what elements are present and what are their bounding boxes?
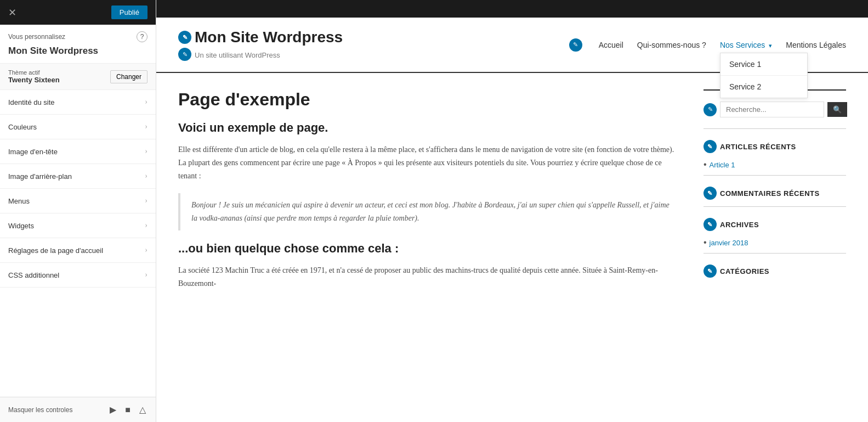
blockquote: Bonjour ! Je suis un mécanicien qui aspi… bbox=[178, 193, 682, 230]
footer-icon-1[interactable]: ▶ bbox=[108, 403, 118, 417]
sidebar-archive-1[interactable]: • janvier 2018 bbox=[704, 238, 846, 247]
sidebar-divider-4 bbox=[704, 253, 846, 254]
chevron-icon-1: › bbox=[145, 122, 147, 131]
chevron-icon-5: › bbox=[145, 221, 147, 230]
edit-nav-pencil[interactable]: ✎ bbox=[569, 38, 582, 52]
edit-commentaires-pencil[interactable]: ✎ bbox=[704, 187, 717, 200]
edit-title-pencil[interactable]: ✎ bbox=[178, 31, 191, 44]
nav-nos-services[interactable]: Nos Services ▾ Service 1 Service 2 bbox=[720, 40, 772, 50]
sidebar-divider-1 bbox=[704, 128, 846, 129]
menu-item-6[interactable]: Réglages de la page d'accueil › bbox=[0, 238, 156, 263]
site-navigation: ✎ Accueil Qui-sommes-nous ? Nos Services… bbox=[569, 38, 846, 52]
search-input[interactable] bbox=[720, 102, 824, 117]
theme-label: Thème actif bbox=[8, 69, 60, 76]
menu-item-7[interactable]: CSS additionnel › bbox=[0, 263, 156, 288]
body-text-2: La société 123 Machin Truc a été créée e… bbox=[178, 264, 682, 290]
footer-icon-3[interactable]: △ bbox=[138, 403, 147, 417]
sidebar-categories: ✎ CATÉGORIES bbox=[704, 265, 846, 278]
menu-item-label-1: Couleurs bbox=[8, 123, 37, 131]
preview-site-title: Mon Site Wordpress bbox=[195, 29, 343, 46]
menu-item-1[interactable]: Couleurs › bbox=[0, 115, 156, 139]
menu-item-label-4: Menus bbox=[8, 197, 30, 205]
menu-item-label-3: Image d'arrière-plan bbox=[8, 172, 72, 181]
menu-item-label-6: Réglages de la page d'accueil bbox=[8, 246, 103, 255]
bullet-icon: • bbox=[704, 160, 707, 170]
sidebar-archives-title: ✎ ARCHIVES bbox=[704, 218, 846, 231]
site-content: Page d'exemple Voici un exemple de page.… bbox=[156, 89, 868, 299]
dropdown-service-2[interactable]: Service 2 bbox=[721, 76, 807, 98]
close-button[interactable]: ✕ bbox=[8, 8, 16, 18]
sidebar-commentaires-recents: ✎ COMMENTAIRES RÉCENTS bbox=[704, 187, 846, 200]
theme-info: Thème actif Twenty Sixteen bbox=[8, 69, 60, 84]
footer-icon-2[interactable]: ■ bbox=[123, 403, 132, 417]
bullet-icon-2: • bbox=[704, 238, 707, 247]
theme-name: Twenty Sixteen bbox=[8, 76, 60, 84]
chevron-icon-0: › bbox=[145, 98, 147, 106]
customizing-label: Vous personnalisez bbox=[8, 33, 65, 41]
site-branding: ✎ Mon Site Wordpress ✎ Un site utilisant… bbox=[178, 29, 343, 61]
chevron-icon-6: › bbox=[145, 246, 147, 255]
sidebar-articles-title: ✎ ARTICLES RÉCENTS bbox=[704, 140, 846, 153]
menu-item-label-2: Image d'en-tête bbox=[8, 148, 58, 156]
page-title: Page d'exemple bbox=[178, 89, 682, 110]
menu-item-4[interactable]: Menus › bbox=[0, 189, 156, 213]
site-header: ✎ Mon Site Wordpress ✎ Un site utilisant… bbox=[156, 18, 868, 73]
menu-item-label-5: Widgets bbox=[8, 222, 34, 230]
change-theme-button[interactable]: Changer bbox=[110, 70, 147, 83]
sidebar-articles-recents: ✎ ARTICLES RÉCENTS • Article 1 bbox=[704, 140, 846, 170]
nav-nos-services-link[interactable]: Nos Services ▾ bbox=[720, 41, 772, 49]
menu-item-5[interactable]: Widgets › bbox=[0, 213, 156, 238]
panel-header: ✕ Publié bbox=[0, 0, 156, 25]
site-title-link[interactable]: ✎ Mon Site Wordpress bbox=[178, 29, 343, 46]
edit-archives-pencil[interactable]: ✎ bbox=[704, 218, 717, 231]
customizing-section: Vous personnalisez ? bbox=[0, 25, 156, 44]
nav-mentions-legales[interactable]: Mentions Légales bbox=[786, 41, 846, 49]
hide-controls-label: Masquer les controles bbox=[8, 406, 103, 414]
body-text-1: Elle est différente d'un article de blog… bbox=[178, 143, 682, 182]
theme-section: Thème actif Twenty Sixteen Changer bbox=[0, 63, 156, 90]
menu-item-2[interactable]: Image d'en-tête › bbox=[0, 139, 156, 164]
dropdown-service-1[interactable]: Service 1 bbox=[721, 53, 807, 76]
section-title-2: ...ou bien quelque chose comme cela : bbox=[178, 241, 682, 256]
menu-item-0[interactable]: Identité du site › bbox=[0, 90, 156, 115]
menu-item-3[interactable]: Image d'arrière-plan › bbox=[0, 164, 156, 189]
site-title-display: Mon Site Wordpress bbox=[0, 44, 156, 63]
nav-qui-sommes-nous[interactable]: Qui-sommes-nous ? bbox=[637, 41, 706, 49]
sidebar-categories-title: ✎ CATÉGORIES bbox=[704, 265, 846, 278]
chevron-icon-7: › bbox=[145, 271, 147, 279]
edit-search-pencil[interactable]: ✎ bbox=[704, 103, 717, 116]
wp-admin-bar bbox=[156, 0, 868, 18]
search-button[interactable]: 🔍 bbox=[827, 102, 847, 117]
sidebar-article-1[interactable]: • Article 1 bbox=[704, 160, 846, 170]
edit-articles-pencil[interactable]: ✎ bbox=[704, 140, 717, 153]
menu-item-label-7: CSS additionnel bbox=[8, 271, 59, 279]
edit-categories-pencil[interactable]: ✎ bbox=[704, 265, 717, 278]
panel-footer: Masquer les controles ▶ ■ △ bbox=[0, 397, 156, 422]
edit-tagline-pencil[interactable]: ✎ bbox=[178, 48, 191, 61]
sidebar-archives: ✎ ARCHIVES • janvier 2018 bbox=[704, 218, 846, 247]
section-heading: Voici un exemple de page. bbox=[178, 121, 682, 135]
preview-panel: ✎ Mon Site Wordpress ✎ Un site utilisant… bbox=[156, 0, 868, 422]
sidebar-commentaires-title: ✎ COMMENTAIRES RÉCENTS bbox=[704, 187, 846, 200]
menu-item-label-0: Identité du site bbox=[8, 98, 55, 106]
chevron-icon-2: › bbox=[145, 147, 147, 156]
sidebar-divider-3 bbox=[704, 206, 846, 207]
chevron-icon-4: › bbox=[145, 196, 147, 205]
main-content: Page d'exemple Voici un exemple de page.… bbox=[178, 89, 682, 299]
dropdown-arrow-icon: ▾ bbox=[769, 42, 772, 49]
sidebar-divider-2 bbox=[704, 175, 846, 176]
nos-services-dropdown: Service 1 Service 2 bbox=[720, 53, 808, 98]
sidebar-search: ✎ 🔍 bbox=[704, 102, 846, 117]
nav-accueil[interactable]: Accueil bbox=[599, 41, 623, 49]
sidebar: ✎ 🔍 ✎ ARTICLES RÉCENTS • Article 1 bbox=[704, 89, 846, 299]
preview-site-tagline: Un site utilisant WordPress bbox=[195, 51, 280, 59]
chevron-icon-3: › bbox=[145, 172, 147, 181]
customizer-menu: Identité du site › Couleurs › Image d'en… bbox=[0, 90, 156, 288]
help-icon[interactable]: ? bbox=[137, 31, 147, 42]
customizer-panel: ✕ Publié Vous personnalisez ? Mon Site W… bbox=[0, 0, 156, 422]
publish-button[interactable]: Publié bbox=[111, 5, 147, 19]
